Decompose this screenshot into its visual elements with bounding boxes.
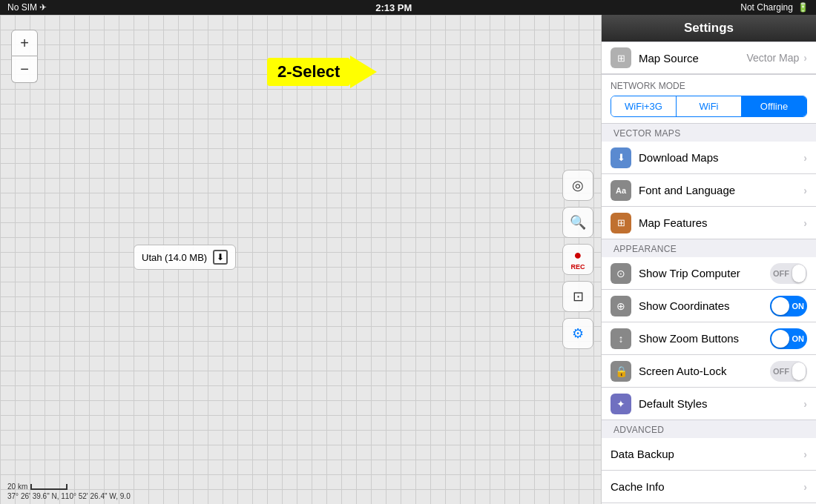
trip-computer-toggle-text: OFF [773,269,789,278]
zoom-in-button[interactable]: + [11,30,38,56]
trip-computer-label: Show Trip Computer [639,267,770,279]
scale-label: 20 km [7,483,27,491]
status-bar: No SIM ✈ 2:13 PM Not Charging 🔋 [0,0,816,15]
scale-line [30,484,68,490]
layers-button[interactable]: ⊡ [562,281,593,312]
annotation-2select: 2-Select [267,56,377,88]
record-icon: ● [574,248,582,262]
download-maps-icon: ⬇ [611,147,631,168]
settings-row-zoom-buttons[interactable]: ↕ Show Zoom Buttons ON [602,322,816,355]
default-styles-icon: ✦ [611,394,631,414]
coordinates-label: 37° 26' 39.6" N, 110° 52' 26.4" W, 9.0 [7,492,131,500]
map-grid [0,15,601,504]
zoom-buttons-toggle-knob [771,330,789,348]
map-features-icon: ⊞ [611,213,631,233]
auto-lock-icon: 🔒 [611,361,631,382]
settings-outer: Settings ⊞ Map Source Vector Map › Netwo… [601,15,816,504]
network-segmented-control[interactable]: WiFi+3G WiFi Offline [611,96,807,117]
coordinates-label-row: Show Coordinates [639,299,770,312]
coordinates-icon: ⊕ [611,296,631,316]
scale-bar: 20 km [7,483,131,491]
right-toolbar: ◎ 🔍 ● REC ⊡ ⚙ [562,170,593,349]
auto-lock-toggle-text: OFF [773,367,789,376]
vector-maps-section-header: Vector Maps [602,124,816,142]
auto-lock-label: Screen Auto-Lock [639,365,770,377]
network-wifi-button[interactable]: WiFi [676,96,741,116]
download-maps-chevron: › [803,152,807,164]
data-backup-chevron: › [803,448,807,460]
annotation-2select-label: 2-Select [267,58,350,86]
status-right: Not Charging 🔋 [740,2,809,13]
auto-lock-toggle[interactable]: OFF [770,361,807,382]
record-label: REC [570,263,585,271]
coordinates-toggle-knob [771,297,789,315]
settings-row-trip-computer[interactable]: ⊙ Show Trip Computer OFF [602,257,816,290]
settings-panel: Settings ⊞ Map Source Vector Map › Netwo… [601,15,816,504]
settings-row-auto-lock[interactable]: 🔒 Screen Auto-Lock OFF [602,355,816,388]
record-button[interactable]: ● REC [562,244,593,275]
carrier-label: No SIM ✈ [7,2,47,13]
map-area: 2-Select + − Utah (14.0 MB) ⬇ ◎ 🔍 ● REC [0,15,601,504]
network-wifi3g-button[interactable]: WiFi+3G [611,96,676,116]
network-mode-section: Network Mode WiFi+3G WiFi Offline [602,74,816,124]
settings-row-map-features[interactable]: ⊞ Map Features › [602,207,816,239]
auto-lock-toggle-knob [792,362,806,380]
settings-header: Settings [602,15,816,42]
utah-label: Utah (14.0 MB) ⬇ [134,245,236,270]
map-source-icon: ⊞ [611,47,631,68]
settings-row-cache-info[interactable]: Cache Info › [602,471,816,503]
battery-label: Not Charging [740,2,793,13]
advanced-section-header: Advanced [602,420,816,438]
map-features-label: Map Features [639,216,803,229]
search-button[interactable]: 🔍 [562,207,593,238]
map-source-value: Vector Map [747,52,800,64]
network-offline-button[interactable]: Offline [741,96,806,116]
zoom-buttons-icon: ↕ [611,328,631,349]
settings-map-button[interactable]: ⚙ [562,318,593,349]
settings-title: Settings [684,21,734,35]
map-source-chevron: › [803,52,807,64]
search-icon: 🔍 [570,216,586,229]
trip-computer-toggle[interactable]: OFF [770,263,807,284]
network-mode-label: Network Mode [611,81,807,91]
appearance-section-header: Appearance [602,239,816,257]
settings-row-default-styles[interactable]: ✦ Default Styles › [602,388,816,420]
default-styles-chevron: › [803,398,807,410]
settings-row-data-backup[interactable]: Data Backup › [602,438,816,471]
cache-info-chevron: › [803,481,807,493]
zoom-controls: + − [11,30,38,83]
coordinates-toggle[interactable]: ON [770,296,807,316]
utah-label-text: Utah (14.0 MB) [142,252,207,263]
map-features-chevron: › [803,217,807,229]
download-icon[interactable]: ⬇ [213,250,228,265]
zoom-buttons-toggle[interactable]: ON [770,328,807,349]
map-source-label: Map Source [639,52,747,64]
zoom-buttons-label: Show Zoom Buttons [639,332,770,345]
location-icon: ◎ [572,179,584,192]
annotation-2select-arrow [350,56,377,88]
battery-icon: 🔋 [797,2,809,13]
gear-icon: ⚙ [572,327,584,340]
layers-icon: ⊡ [573,290,584,303]
trip-computer-toggle-knob [792,265,806,282]
settings-row-font-language[interactable]: Aa Font and Language › [602,174,816,207]
status-time: 2:13 PM [375,2,412,13]
main-content: 2-Select + − Utah (14.0 MB) ⬇ ◎ 🔍 ● REC [0,15,816,504]
settings-row-map-source[interactable]: ⊞ Map Source Vector Map › [602,42,816,74]
status-left: No SIM ✈ [7,2,47,13]
zoom-buttons-toggle-text: ON [792,334,805,343]
font-language-label: Font and Language [639,184,803,196]
settings-row-download-maps[interactable]: ⬇ Download Maps › [602,142,816,174]
data-backup-label: Data Backup [611,448,803,460]
location-button[interactable]: ◎ [562,170,593,201]
default-styles-label: Default Styles [639,397,803,410]
settings-row-coordinates[interactable]: ⊕ Show Coordinates ON [602,290,816,322]
font-language-icon: Aa [611,180,631,201]
map-bottom-info: 20 km 37° 26' 39.6" N, 110° 52' 26.4" W,… [7,483,131,500]
coordinates-toggle-text: ON [792,302,805,311]
font-language-chevron: › [803,185,807,196]
zoom-out-button[interactable]: − [11,56,38,83]
settings-body: ⊞ Map Source Vector Map › Network Mode W… [602,42,816,504]
cache-info-label: Cache Info [611,480,803,493]
trip-computer-icon: ⊙ [611,263,631,284]
